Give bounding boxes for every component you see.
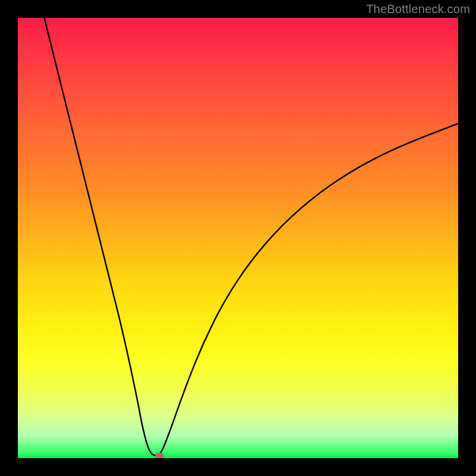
chart-frame: TheBottleneck.com	[0, 0, 476, 476]
bottleneck-curve	[18, 18, 458, 458]
optimal-point-marker	[155, 453, 164, 458]
watermark-text: TheBottleneck.com	[366, 2, 470, 16]
plot-area	[18, 18, 458, 458]
